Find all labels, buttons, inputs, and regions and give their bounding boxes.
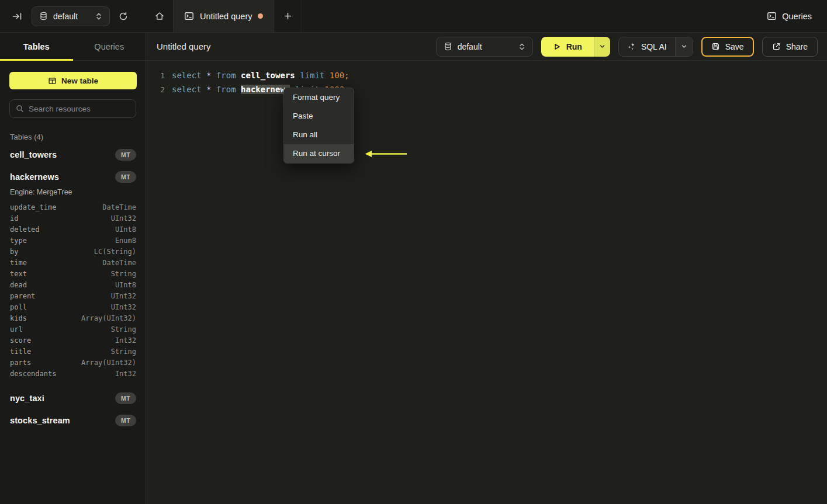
code-token: cell_towers: [241, 71, 295, 80]
column-type: Int32: [115, 336, 136, 345]
sidebar-tab-queries[interactable]: Queries: [73, 33, 146, 60]
table-name: cell_towers: [10, 150, 57, 159]
unsaved-dot: [258, 13, 263, 19]
column-type: String: [111, 270, 136, 278]
code-token: limit: [300, 71, 324, 80]
collapse-sidebar-icon: [12, 11, 22, 22]
columns-gap: [0, 379, 146, 387]
column-type: LC(String): [94, 248, 136, 256]
table-name: hackernews: [10, 172, 59, 182]
sql-editor[interactable]: 1select * from cell_towers limit 100;2se…: [146, 61, 827, 504]
column-name: text: [10, 270, 27, 278]
column-type: UInt8: [115, 225, 136, 234]
column-name: title: [10, 347, 31, 356]
queries-panel-button[interactable]: Queries: [767, 0, 827, 32]
code-token: [236, 71, 241, 80]
refresh-icon: [118, 11, 129, 22]
subheader: Tables Queries Untitled query defaul: [0, 33, 827, 61]
code-token: from: [216, 85, 236, 94]
editor-header: Untitled query default: [146, 33, 827, 61]
column-name: type: [10, 237, 27, 245]
code-line[interactable]: 2select * from hackernews limit 1000: [146, 82, 827, 96]
table-row[interactable]: cell_towersMT: [0, 144, 146, 166]
tables-list: cell_towersMThackernewsMTEngine: MergeTr…: [0, 144, 146, 432]
code-token: *: [202, 71, 216, 80]
database-icon: [444, 42, 452, 51]
table-name: stocks_stream: [10, 416, 70, 425]
tab-untitled-query[interactable]: Untitled query: [174, 0, 274, 32]
topbar-database-value: default: [53, 12, 90, 21]
code-line[interactable]: 1select * from cell_towers limit 100;: [146, 68, 827, 82]
run-label: Run: [566, 42, 582, 51]
editor-context-menu: Format queryPasteRun allRun at cursor: [283, 88, 354, 164]
column-name: parts: [10, 359, 31, 367]
column-row: descendantsInt32: [0, 368, 146, 379]
menu-item-format-query[interactable]: Format query: [284, 88, 354, 107]
new-table-button[interactable]: New table: [9, 72, 137, 89]
column-row: scoreInt32: [0, 335, 146, 346]
column-row: typeEnum8: [0, 235, 146, 246]
menu-item-paste[interactable]: Paste: [284, 107, 354, 126]
search-box: [9, 99, 136, 118]
play-icon: [553, 43, 561, 51]
share-label: Share: [786, 42, 808, 51]
editor-database-selector[interactable]: default: [436, 37, 533, 57]
chevron-updown-icon: [518, 43, 525, 51]
column-name: by: [10, 248, 18, 256]
new-table-label: New table: [61, 77, 98, 85]
column-name: deleted: [10, 225, 40, 234]
share-button[interactable]: Share: [762, 37, 818, 57]
column-row: timeDateTime: [0, 257, 146, 268]
column-type: String: [111, 325, 136, 333]
code-token: *: [202, 85, 216, 94]
sql-ai-options-button[interactable]: [675, 37, 693, 56]
column-row: titleString: [0, 346, 146, 357]
run-button[interactable]: Run: [541, 37, 594, 57]
column-name: dead: [10, 281, 27, 289]
annotation-arrow-icon: [364, 150, 407, 158]
code-text: select * from cell_towers limit 100;: [172, 71, 350, 80]
table-row[interactable]: nyc_taxiMT: [0, 387, 146, 409]
search-icon: [16, 105, 24, 113]
menu-item-run-all[interactable]: Run all: [284, 126, 354, 144]
column-type: DateTime: [102, 203, 136, 211]
collapse-sidebar-button[interactable]: [12, 11, 22, 22]
menu-item-run-at-cursor[interactable]: Run at cursor: [284, 144, 354, 163]
sidebar: New table Tables (4) cell_towersMThacker…: [0, 61, 146, 504]
column-name: descendants: [10, 370, 56, 378]
code-token: 100;: [330, 71, 350, 80]
column-type: String: [111, 347, 136, 356]
column-name: update_time: [10, 203, 56, 211]
topbar-spacer: [302, 0, 767, 32]
topbar-database-selector[interactable]: default: [32, 6, 110, 26]
column-row: deletedUInt8: [0, 224, 146, 235]
search-input[interactable]: [29, 105, 132, 113]
engine-badge: MT: [115, 149, 136, 161]
table-row[interactable]: hackernewsMT: [0, 166, 146, 188]
column-type: DateTime: [102, 259, 136, 267]
refresh-button[interactable]: [118, 11, 129, 22]
column-type: UInt32: [111, 214, 136, 223]
save-button[interactable]: Save: [701, 37, 754, 57]
table-row[interactable]: stocks_streamMT: [0, 409, 146, 432]
code-token: [295, 71, 300, 80]
code-token: [324, 71, 329, 80]
share-external-icon: [772, 42, 781, 51]
editor-title: Untitled query: [157, 41, 211, 51]
chevron-down-icon: [599, 43, 605, 50]
sidebar-tab-tables[interactable]: Tables: [0, 33, 73, 60]
column-row: deadUInt8: [0, 279, 146, 290]
column-row: byLC(String): [0, 246, 146, 257]
home-icon: [154, 11, 165, 22]
code-token: hackernews: [241, 85, 290, 94]
home-button[interactable]: [146, 0, 174, 32]
save-label: Save: [725, 42, 744, 51]
column-type: UInt8: [115, 281, 136, 289]
new-tab-button[interactable]: [274, 0, 302, 32]
column-row: idUInt32: [0, 213, 146, 224]
tab-title: Untitled query: [200, 12, 252, 21]
run-options-button[interactable]: [594, 37, 610, 57]
code-token: [236, 85, 241, 94]
column-type: Enum8: [115, 237, 136, 245]
sql-ai-button[interactable]: SQL AI: [619, 37, 675, 56]
